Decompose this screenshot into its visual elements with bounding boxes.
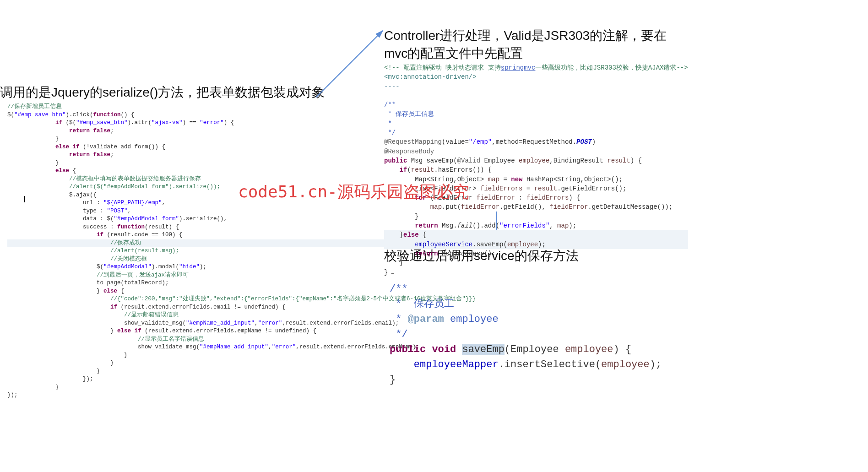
svg-line-0 — [316, 31, 383, 98]
arrow-up — [315, 25, 388, 98]
text-cursor — [24, 196, 25, 202]
heading-left: 调用的是Jquery的serialize()方法，把表单数据包装成对象 — [0, 84, 325, 101]
heading-right-top: Controller进行处理，Valid是JSR303的注解，要在mvc的配置文… — [384, 27, 668, 62]
code-right-top: <!-- 配置注解驱动 映射动态请求 支持springmvc一些高级功能，比如J… — [384, 63, 688, 277]
code-right-bottom: - /** * 保存员工 * @param employee */ public… — [390, 266, 662, 387]
